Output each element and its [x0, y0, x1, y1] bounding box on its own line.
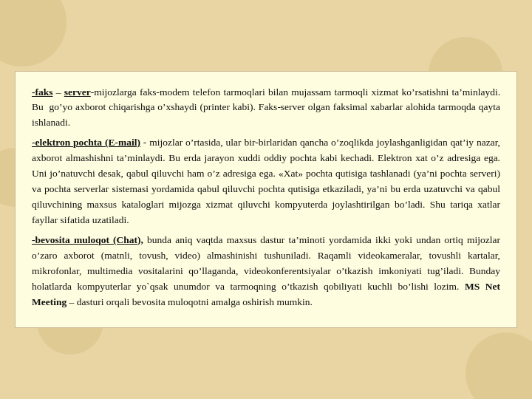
chat-suffix-text: – dasturi orqali bevosita muloqotni amal…: [66, 296, 313, 307]
email-connector: -: [140, 137, 149, 148]
content-box: -faks – server-mijozlarga faks-modem tel…: [15, 71, 517, 329]
term-server: server: [64, 86, 91, 98]
faks-text: -mijozlarga faks-modem telefon tarmoqlar…: [32, 86, 500, 129]
paragraph-faks: -faks – server-mijozlarga faks-modem tel…: [32, 85, 500, 132]
term-chat: -bevosita muloqot (Chat),: [32, 234, 143, 245]
paragraph-chat: -bevosita muloqot (Chat), bunda aniq vaq…: [32, 233, 500, 310]
email-text: mijozlar o’rtasida, ular bir-birlaridan …: [32, 137, 500, 225]
term-email: -elektron pochta (E-mail): [32, 137, 140, 148]
term-faks: -faks: [32, 86, 53, 98]
background: -faks – server-mijozlarga faks-modem tel…: [0, 0, 532, 399]
faks-connector: –: [53, 86, 64, 98]
paragraph-email: -elektron pochta (E-mail) - mijozlar o’r…: [32, 135, 500, 228]
